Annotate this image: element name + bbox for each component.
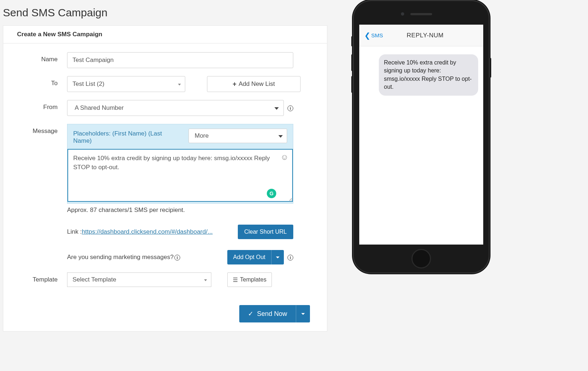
placeholders-text: Placeholders: (First Name) (Last Name)	[73, 129, 181, 145]
phone-home-button	[411, 249, 431, 268]
phone-camera	[401, 12, 404, 16]
chevron-left-icon: ❮	[364, 31, 370, 40]
info-icon[interactable]: i	[174, 254, 180, 260]
chevron-down-icon	[278, 133, 283, 139]
phone-speaker	[410, 13, 432, 15]
to-label: To	[20, 76, 67, 87]
short-url-link[interactable]: https://dashboard.clicksend.com/#/dashbo…	[82, 228, 213, 235]
phone-title: REPLY-NUM	[372, 32, 478, 39]
clear-url-button[interactable]: Clear Short URL	[238, 225, 293, 239]
info-icon[interactable]: i	[287, 254, 293, 260]
add-opt-out-button[interactable]: Add Opt Out	[227, 250, 284, 264]
phone-preview: ❮ SMS REPLY-NUM Receive 10% extra credit…	[353, 0, 490, 274]
add-list-label: Add New List	[239, 80, 275, 88]
phone-side-button	[351, 76, 353, 93]
panel-header: Create a New SMS Campaign	[3, 26, 327, 43]
from-select[interactable]: A Shared Number	[67, 100, 284, 116]
phone-header: ❮ SMS REPLY-NUM	[359, 25, 483, 46]
add-list-button[interactable]: + Add New List	[207, 76, 301, 92]
template-select[interactable]: Select Template	[67, 272, 211, 287]
phone-side-button	[490, 58, 491, 78]
caret-down-icon[interactable]	[296, 305, 310, 322]
message-textarea[interactable]	[67, 149, 293, 202]
opt-out-label: Add Opt Out	[227, 254, 271, 260]
marketing-question: Are you sending marketing messages?	[67, 254, 174, 261]
phone-side-button	[351, 54, 353, 71]
info-icon[interactable]: i	[287, 105, 293, 111]
name-label: Name	[20, 52, 67, 63]
phone-side-button	[351, 36, 353, 46]
char-count-text: Approx. 87 characters/1 SMS per recipien…	[67, 207, 293, 214]
grammarly-icon[interactable]: G	[267, 189, 276, 198]
send-now-button[interactable]: ✓ Send Now	[239, 305, 310, 322]
templates-button[interactable]: ☰ Templates	[227, 272, 272, 287]
link-label: Link :	[67, 228, 82, 235]
page-title: Send SMS Campaign	[3, 0, 327, 25]
send-label: Send Now	[257, 310, 287, 318]
check-icon: ✓	[248, 310, 253, 318]
chevron-down-icon	[274, 105, 279, 111]
list-icon: ☰	[233, 276, 238, 283]
message-label: Message	[20, 124, 67, 135]
message-block: Placeholders: (First Name) (Last Name) M…	[67, 124, 293, 204]
campaign-panel: Create a New SMS Campaign Name To Test L…	[3, 25, 327, 332]
sms-preview-bubble: Receive 10% extra credit by signing up t…	[379, 54, 478, 96]
plus-icon: +	[233, 80, 237, 88]
emoji-icon[interactable]: ☺	[281, 153, 289, 162]
templates-label: Templates	[240, 276, 266, 283]
to-select[interactable]: Test List (2)	[67, 76, 185, 92]
caret-down-icon[interactable]	[271, 250, 284, 264]
name-input[interactable]	[67, 52, 293, 68]
template-label: Template	[20, 272, 67, 283]
from-label: From	[20, 100, 67, 111]
more-select[interactable]: More	[189, 129, 287, 143]
